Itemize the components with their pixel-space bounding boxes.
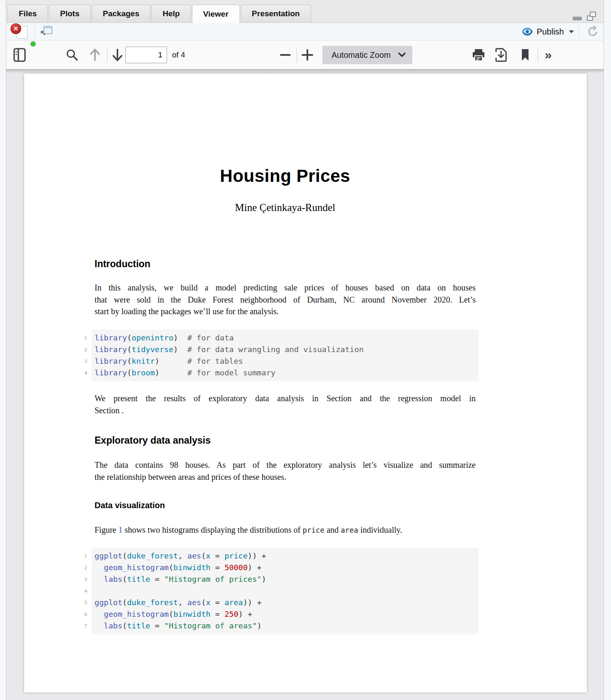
more-tools-button[interactable]: »: [545, 40, 552, 70]
publish-icon: [521, 27, 533, 37]
line-number: 3: [70, 355, 87, 367]
tab-plots[interactable]: Plots: [49, 5, 90, 22]
paragraph-line: that were sold in the Duke Forest neighb…: [95, 294, 476, 306]
paragraph-line: The data contains 98 houses. As part of …: [95, 459, 476, 471]
separator: [107, 47, 107, 62]
document-title: Housing Prices: [95, 166, 476, 186]
code-line: 3 labs(title = "Histogram of prices"): [95, 573, 479, 585]
publish-dropdown-caret[interactable]: [569, 30, 574, 33]
zoom-level-label: Automatic Zoom: [332, 50, 391, 60]
text-segment: and: [324, 525, 341, 534]
page-number-input[interactable]: [125, 47, 167, 63]
viewer-toolbar: ✕ ↖ Publish: [6, 23, 604, 40]
pdf-toolbar: of 4 Automatic Zoom: [6, 40, 604, 70]
minus-icon: [279, 49, 291, 61]
sidebar-indicator-dot: [30, 40, 37, 47]
search-icon: [65, 48, 79, 62]
chevron-down-icon: [398, 52, 406, 57]
text-segment: We present the results of exploratory da…: [95, 394, 476, 403]
paragraph-line: In this analysis, we build a model predi…: [95, 282, 476, 294]
arrow-down-icon: [111, 48, 124, 62]
text-segment: Figure: [95, 525, 118, 534]
open-in-new-window-button[interactable]: ↖: [40, 26, 52, 37]
paragraph-line: Section .: [95, 405, 476, 417]
paragraph-line: We present the results of exploratory da…: [95, 392, 476, 405]
document-author: Mine Çetinkaya-Rundel: [95, 202, 476, 213]
code-block: 1ggplot(duke_forest, aes(x = price)) +2 …: [92, 548, 479, 634]
tab-viewer[interactable]: Viewer: [192, 5, 240, 23]
inline-code: area: [341, 526, 358, 534]
separator: [538, 47, 538, 62]
separator: [35, 26, 35, 37]
subsection-heading: Data visualization: [95, 501, 476, 510]
viewer-pane: Files Plots Packages Help Viewer Present…: [6, 0, 604, 700]
code-block: 1library(openintro) # for data2library(t…: [92, 330, 479, 381]
code-line: 3library(knitr) # for tables: [95, 355, 479, 367]
text-segment: the relationship between areas and price…: [95, 472, 286, 482]
section-heading: Introduction: [95, 258, 476, 270]
line-number: 3: [70, 573, 87, 585]
code-line: 4: [95, 585, 479, 597]
previous-page-button[interactable]: [89, 40, 101, 70]
clear-x-icon: ✕: [10, 23, 21, 34]
tab-files[interactable]: Files: [7, 5, 48, 22]
double-chevron-icon: »: [545, 49, 552, 61]
zoom-out-button[interactable]: [279, 40, 291, 70]
paragraph-line: the relationship between areas and price…: [95, 471, 476, 483]
plus-icon: [301, 49, 314, 61]
paragraph-line: Figure 1 shows two histograms displaying…: [95, 524, 476, 536]
arrow-icon: ↖: [40, 28, 46, 37]
maximize-pane-icon[interactable]: [587, 12, 596, 21]
code-line: 7 labs(title = "Histogram of areas"): [95, 620, 479, 632]
page-count-label: of 4: [172, 40, 185, 70]
pdf-viewer-area[interactable]: Housing Prices Mine Çetinkaya-Rundel Int…: [6, 70, 604, 700]
line-number: 4: [70, 367, 87, 379]
arrow-up-icon: [89, 48, 101, 62]
download-icon: [494, 48, 508, 62]
text-segment: The data contains 98 houses. As part of …: [95, 460, 476, 469]
save-button[interactable]: [494, 40, 508, 70]
find-button[interactable]: [65, 40, 79, 70]
line-number: 5: [70, 597, 87, 608]
line-number: 2: [70, 562, 87, 573]
publish-button[interactable]: Publish: [521, 27, 574, 37]
code-line: 1ggplot(duke_forest, aes(x = price)) +: [95, 550, 479, 562]
bookmark-icon: [520, 48, 530, 62]
section-heading: Exploratory data analysis: [95, 435, 476, 446]
code-line: 2 geom_histogram(binwidth = 50000) +: [95, 562, 479, 573]
line-number: 1: [70, 550, 87, 562]
tab-help[interactable]: Help: [151, 5, 191, 22]
code-line: 5ggplot(duke_forest, aes(x = area)) +: [95, 597, 479, 608]
line-number: 6: [70, 608, 87, 620]
separator: [579, 26, 579, 37]
paragraph: In this analysis, we build a model predi…: [95, 282, 476, 318]
print-button[interactable]: [471, 40, 486, 70]
line-number: 2: [70, 344, 87, 355]
zoom-in-button[interactable]: [301, 40, 314, 70]
tab-packages[interactable]: Packages: [92, 5, 151, 22]
refresh-icon[interactable]: [586, 25, 599, 38]
print-icon: [471, 48, 486, 62]
text-segment: that were sold in the Duke Forest neighb…: [95, 295, 476, 304]
code-line: 1library(openintro) # for data: [95, 332, 479, 344]
code-line: 2library(tidyverse) # for data wrangling…: [95, 344, 479, 355]
tab-presentation[interactable]: Presentation: [241, 5, 311, 22]
zoom-level-select[interactable]: Automatic Zoom: [322, 46, 412, 64]
tab-bar: Files Plots Packages Help Viewer Present…: [6, 0, 604, 23]
toggle-sidebar-button[interactable]: [13, 40, 27, 70]
text-segment: individually.: [358, 525, 402, 534]
figure-reference-link[interactable]: 1: [118, 525, 122, 534]
paragraph: We present the results of exploratory da…: [95, 392, 476, 416]
separator: [297, 47, 297, 62]
pane-controls: [573, 12, 596, 21]
text-segment: In this analysis, we build a model predi…: [95, 283, 476, 292]
clear-viewer-button[interactable]: ✕: [10, 24, 30, 39]
publish-label: Publish: [536, 27, 564, 37]
current-view-button[interactable]: [520, 40, 530, 70]
line-number: 1: [70, 332, 87, 344]
inline-code: price: [302, 526, 324, 534]
minimize-pane-icon[interactable]: [573, 17, 582, 20]
paragraph-line: start by loading the packages we’ll use …: [95, 305, 476, 318]
next-page-button[interactable]: [111, 40, 124, 70]
text-segment: Section .: [95, 406, 124, 415]
